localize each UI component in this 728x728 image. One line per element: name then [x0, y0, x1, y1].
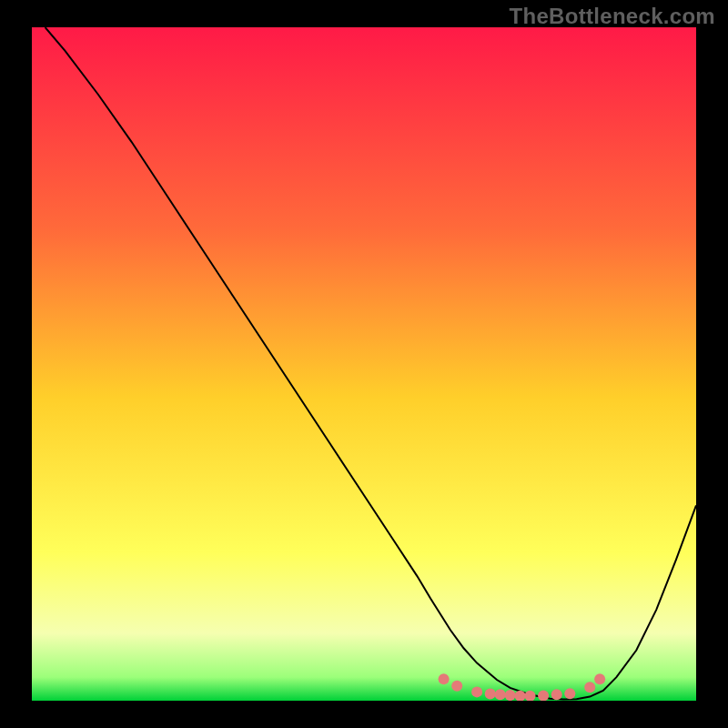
marker-dot	[538, 690, 549, 701]
marker-dot	[594, 673, 605, 684]
marker-dot	[471, 686, 482, 697]
marker-dot	[584, 682, 595, 693]
marker-dot	[551, 689, 562, 700]
marker-dot	[564, 688, 575, 699]
marker-dot	[451, 681, 462, 692]
gradient-background	[32, 27, 696, 701]
chart-svg	[32, 27, 696, 701]
watermark-text: TheBottleneck.com	[510, 4, 715, 29]
marker-dot	[505, 690, 516, 701]
page-root: TheBottleneck.com	[0, 0, 728, 728]
marker-dot	[439, 673, 450, 684]
plot-area	[32, 27, 696, 701]
marker-dot	[495, 689, 506, 700]
marker-dot	[485, 689, 496, 700]
